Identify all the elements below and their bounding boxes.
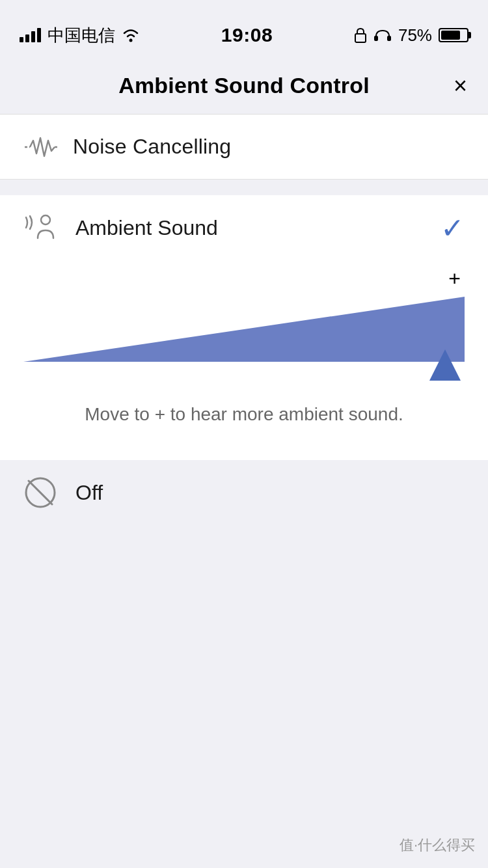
svg-rect-2 <box>374 36 378 41</box>
slider-thumb-icon <box>428 348 462 382</box>
status-right: 75% <box>354 25 468 46</box>
svg-point-6 <box>41 215 50 224</box>
battery-icon <box>439 28 468 42</box>
carrier-name: 中国电信 <box>47 24 115 47</box>
svg-line-10 <box>29 481 52 504</box>
ambient-sound-row[interactable]: Ambient Sound ✓ <box>0 195 488 260</box>
page-title: Ambient Sound Control <box>118 73 370 98</box>
noise-cancelling-label: Noise Cancelling <box>73 135 231 159</box>
ambient-checkmark: ✓ <box>441 211 465 245</box>
separator-1 <box>0 180 488 195</box>
ambient-sound-icon <box>23 213 60 242</box>
slider-hint: Move to + to hear more ambient sound. <box>23 398 465 441</box>
slider-thumb[interactable] <box>428 348 462 385</box>
status-time: 19:08 <box>221 24 273 46</box>
svg-point-0 <box>129 39 133 42</box>
off-icon <box>23 476 57 509</box>
plus-label: + <box>23 267 465 291</box>
slider-triangle <box>23 293 465 372</box>
wifi-icon <box>122 28 140 42</box>
headphones-icon <box>373 27 392 43</box>
page-header: Ambient Sound Control × <box>0 57 488 115</box>
svg-marker-8 <box>429 349 461 381</box>
ambient-sound-label: Ambient Sound <box>75 216 218 240</box>
watermark: 值·什么得买 <box>400 835 475 855</box>
battery-percent: 75% <box>398 25 432 46</box>
close-button[interactable]: × <box>454 74 467 98</box>
noise-cancelling-row[interactable]: Noise Cancelling <box>0 115 488 180</box>
signal-icon <box>20 28 41 42</box>
ambient-sound-section[interactable]: Ambient Sound ✓ + Move to + to hear more… <box>0 195 488 460</box>
slider-area: + Move to + to hear more ambient sound. <box>0 260 488 460</box>
noise-cancelling-icon <box>23 135 57 159</box>
svg-marker-7 <box>23 297 465 362</box>
lock-icon <box>354 27 367 43</box>
svg-rect-3 <box>387 36 391 41</box>
off-section[interactable]: Off <box>0 460 488 785</box>
svg-rect-1 <box>355 34 366 42</box>
status-left: 中国电信 <box>20 24 140 47</box>
noise-cancelling-section[interactable]: Noise Cancelling <box>0 115 488 180</box>
slider-container[interactable] <box>23 293 465 385</box>
off-row[interactable]: Off <box>0 460 488 525</box>
off-label: Off <box>75 481 103 505</box>
status-bar: 中国电信 19:08 75% <box>0 0 488 57</box>
